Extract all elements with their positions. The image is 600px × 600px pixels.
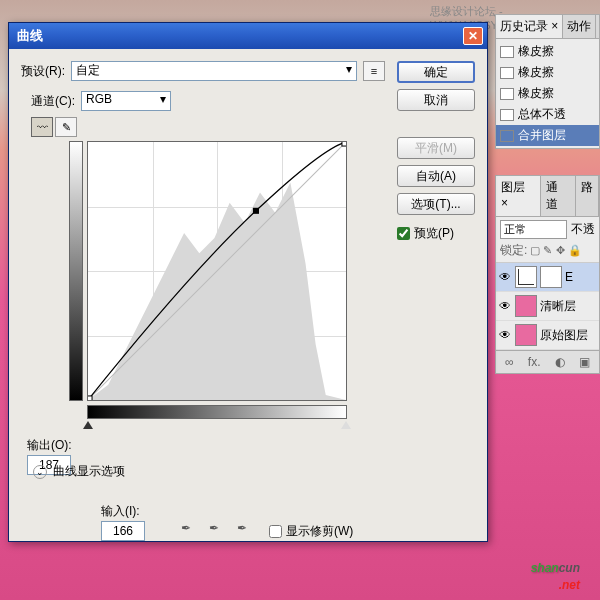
curve-point [253, 208, 259, 214]
merge-icon [500, 130, 514, 142]
layer-row[interactable]: 👁 E [496, 263, 599, 292]
options-button[interactable]: 选项(T)... [397, 193, 475, 215]
layer-row[interactable]: 👁 原始图层 [496, 321, 599, 350]
history-panel: 历史记录 × 动作 橡皮擦 橡皮擦 橡皮擦 总体不透 合并图层 [495, 14, 600, 149]
eraser-icon [500, 88, 514, 100]
auto-button[interactable]: 自动(A) [397, 165, 475, 187]
layer-thumb [515, 324, 537, 346]
ok-button[interactable]: 确定 [397, 61, 475, 83]
curves-dialog: 曲线 ✕ 预设(R): 自定▾ ≡ 通道(C): RGB▾ 〰 ✎ [8, 22, 488, 542]
curve-pencil-tool[interactable]: ✎ [55, 117, 77, 137]
layer-row[interactable]: 👁 清晰层 [496, 292, 599, 321]
dialog-title: 曲线 [13, 27, 463, 45]
input-label: 输入(I): [101, 503, 140, 520]
preview-checkbox[interactable]: 预览(P) [397, 225, 475, 242]
close-button[interactable]: ✕ [463, 27, 483, 45]
mask-icon[interactable]: ◐ [555, 355, 565, 369]
input-value[interactable]: 166 [101, 521, 145, 541]
history-item[interactable]: 橡皮擦 [496, 62, 599, 83]
layers-footer: ∞ fx. ◐ ▣ [496, 350, 599, 373]
svg-rect-2 [88, 396, 92, 400]
output-gradient [69, 141, 83, 401]
eraser-icon [500, 46, 514, 58]
curve-point-tool[interactable]: 〰 [31, 117, 53, 137]
link-icon[interactable]: ∞ [505, 355, 514, 369]
cancel-button[interactable]: 取消 [397, 89, 475, 111]
opacity-label: 不透 [571, 221, 595, 238]
black-point-slider[interactable] [83, 421, 93, 429]
blend-mode-select[interactable]: 正常 [500, 220, 567, 239]
fx-icon[interactable]: fx. [528, 355, 541, 369]
history-item[interactable]: 合并图层 [496, 125, 599, 146]
curve-editor[interactable]: 输出(O): 187 输入(I): 166 ✒ ✒ ✒ 显示修剪(W) [31, 141, 385, 401]
chevron-down-icon: ⌄ [33, 465, 47, 479]
white-eyedropper-icon[interactable]: ✒ [237, 521, 255, 539]
visibility-icon[interactable]: 👁 [498, 328, 512, 342]
svg-line-1 [88, 142, 346, 400]
curve-line[interactable] [88, 142, 346, 400]
show-clipping-checkbox[interactable]: 显示修剪(W) [269, 523, 353, 540]
tab-actions[interactable]: 动作 [563, 15, 596, 38]
gray-eyedropper-icon[interactable]: ✒ [209, 521, 227, 539]
output-label: 输出(O): [27, 437, 72, 454]
layers-panel: 图层 × 通道 路 正常 不透 锁定: ▢ ✎ ✥ 🔒 👁 E 👁 清晰层 👁 … [495, 175, 600, 374]
layer-thumb [515, 295, 537, 317]
watermark-logo: shancun .net [531, 550, 580, 592]
preset-select[interactable]: 自定▾ [71, 61, 357, 81]
layer-thumb [515, 266, 537, 288]
adjust-icon[interactable]: ▣ [579, 355, 590, 369]
preset-label: 预设(R): [21, 63, 65, 80]
visibility-icon[interactable]: 👁 [498, 270, 512, 284]
titlebar[interactable]: 曲线 ✕ [9, 23, 487, 49]
eraser-icon [500, 67, 514, 79]
input-gradient [87, 405, 347, 419]
channel-label: 通道(C): [31, 93, 75, 110]
black-eyedropper-icon[interactable]: ✒ [181, 521, 199, 539]
history-item[interactable]: 总体不透 [496, 104, 599, 125]
history-item[interactable]: 橡皮擦 [496, 41, 599, 62]
white-point-slider[interactable] [341, 421, 351, 429]
visibility-icon[interactable]: 👁 [498, 299, 512, 313]
history-item[interactable]: 橡皮擦 [496, 83, 599, 104]
opacity-icon [500, 109, 514, 121]
preset-menu-button[interactable]: ≡ [363, 61, 385, 81]
tab-history[interactable]: 历史记录 × [496, 15, 563, 38]
layer-mask-thumb [540, 266, 562, 288]
curve-display-options-toggle[interactable]: ⌄ 曲线显示选项 [33, 463, 125, 480]
svg-rect-3 [342, 142, 346, 146]
tab-paths[interactable]: 路 [576, 176, 599, 216]
channel-select[interactable]: RGB▾ [81, 91, 171, 111]
smooth-button: 平滑(M) [397, 137, 475, 159]
tab-layers[interactable]: 图层 × [496, 176, 541, 216]
tab-channels[interactable]: 通道 [541, 176, 576, 216]
